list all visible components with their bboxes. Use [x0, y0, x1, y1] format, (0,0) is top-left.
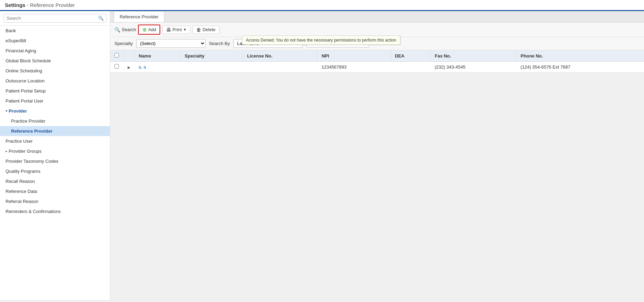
add-button[interactable]: ⊕ Add	[138, 25, 160, 35]
specialty-select[interactable]: (Select)	[136, 39, 206, 48]
expand-row-button[interactable]: ▶	[128, 65, 130, 69]
tab-bar: Reference Provider	[110, 11, 644, 23]
col-header-fax-no: Fax No.	[430, 50, 516, 62]
print-dropdown-icon: ▼	[183, 28, 187, 32]
main-layout: 🔍 Bank eSuperBill Financial Aging Global…	[0, 11, 644, 300]
sidebar-item-esuperbill[interactable]: eSuperBill	[0, 36, 110, 46]
sidebar-item-reference-data[interactable]: Reference Data	[0, 186, 110, 196]
delete-icon: 🗑	[196, 27, 201, 33]
col-header-expand	[123, 50, 135, 62]
delete-button[interactable]: 🗑 Delete	[192, 26, 220, 34]
sidebar-search-bar: 🔍	[0, 11, 110, 26]
sidebar-item-global-block-schedule[interactable]: Global Block Schedule	[0, 56, 110, 66]
sidebar-nav: Bank eSuperBill Financial Aging Global B…	[0, 26, 110, 216]
top-header: Settings - Reference Provider	[0, 0, 644, 11]
row-checkbox[interactable]	[114, 64, 119, 69]
col-header-npi: NPI	[317, 50, 390, 62]
row-fax-no-cell: (232) 343-4545	[430, 62, 516, 72]
search-input[interactable]	[3, 14, 106, 23]
sidebar-item-reference-provider[interactable]: Reference Provider	[0, 126, 110, 136]
col-header-checkbox	[110, 50, 123, 62]
sidebar-item-outsource-location[interactable]: Outsource Location	[0, 76, 110, 86]
sidebar: 🔍 Bank eSuperBill Financial Aging Global…	[0, 11, 110, 300]
col-header-dea: DEA	[390, 50, 430, 62]
search-icon: 🔍	[114, 27, 120, 33]
row-expand-cell: ▶	[123, 62, 135, 72]
row-specialty-cell	[180, 62, 243, 72]
row-name-cell: a, a	[135, 62, 181, 72]
chevron-right-icon: ▸	[6, 149, 7, 153]
settings-label: Settings	[5, 2, 25, 8]
table-header-row: Name Specialty License No. NPI DEA Fax N…	[110, 50, 644, 62]
reference-provider-table: Name Specialty License No. NPI DEA Fax N…	[110, 50, 644, 72]
col-header-phone-no: Phone No.	[516, 50, 644, 62]
sidebar-item-bank[interactable]: Bank	[0, 26, 110, 36]
add-icon: ⊕	[142, 26, 147, 33]
sidebar-item-reminders-confirmations[interactable]: Reminders & Confirmations	[0, 206, 110, 216]
content-area: Name Specialty License No. NPI DEA Fax N…	[110, 50, 644, 72]
search-button[interactable]: 🔍 Search	[114, 27, 136, 33]
row-dea-cell	[390, 62, 430, 72]
table-row: ▶ a, a 1234567893 (232) 343-4545 (124) 3…	[110, 62, 644, 72]
toolbar: 🔍 Search ⊕ Add 🖶 Print ▼ 🗑 Delete Access…	[110, 23, 644, 37]
sidebar-item-practice-user[interactable]: Practice User	[0, 136, 110, 146]
sidebar-item-quality-programs[interactable]: Quality Programs	[0, 166, 110, 176]
sidebar-item-financial-aging[interactable]: Financial Aging	[0, 46, 110, 56]
provider-name-link[interactable]: a, a	[139, 64, 146, 70]
main-content: Reference Provider 🔍 Search ⊕ Add 🖶 Prin…	[110, 11, 644, 300]
sidebar-item-referral-reason[interactable]: Referral Reason	[0, 196, 110, 206]
sidebar-item-online-scheduling[interactable]: Online Scheduling	[0, 66, 110, 76]
sidebar-item-provider[interactable]: ▾ Provider	[0, 106, 110, 116]
sidebar-item-patient-portal-user[interactable]: Patient Portal User	[0, 96, 110, 106]
sidebar-item-practice-provider[interactable]: Practice Provider	[0, 116, 110, 126]
col-header-license-no: License No.	[243, 50, 317, 62]
sidebar-item-recall-reason[interactable]: Recall Reason	[0, 176, 110, 186]
search-by-label: Search By	[209, 41, 230, 46]
col-header-specialty: Specialty	[180, 50, 243, 62]
print-button[interactable]: 🖶 Print ▼	[162, 26, 190, 34]
chevron-down-icon: ▾	[6, 109, 7, 113]
search-icon: 🔍	[98, 16, 104, 21]
sidebar-item-patient-portal-setup[interactable]: Patient Portal Setup	[0, 86, 110, 96]
specialty-label: Specialty	[114, 41, 133, 46]
print-icon: 🖶	[166, 27, 171, 33]
sidebar-item-provider-taxonomy-codes[interactable]: Provider Taxonomy Codes	[0, 156, 110, 166]
sidebar-item-provider-groups[interactable]: ▸ Provider Groups	[0, 146, 110, 156]
access-denied-tooltip: Access Denied: You do not have the neces…	[242, 36, 400, 45]
col-header-name: Name	[135, 50, 181, 62]
row-license-no-cell	[243, 62, 317, 72]
page-title: Settings - Reference Provider	[5, 2, 75, 8]
row-checkbox-cell	[110, 62, 123, 72]
tab-reference-provider[interactable]: Reference Provider	[114, 11, 164, 22]
row-phone-no-cell: (124) 354-6576 Ext 7687	[516, 62, 644, 72]
select-all-checkbox[interactable]	[114, 53, 119, 57]
row-npi-cell: 1234567893	[317, 62, 390, 72]
